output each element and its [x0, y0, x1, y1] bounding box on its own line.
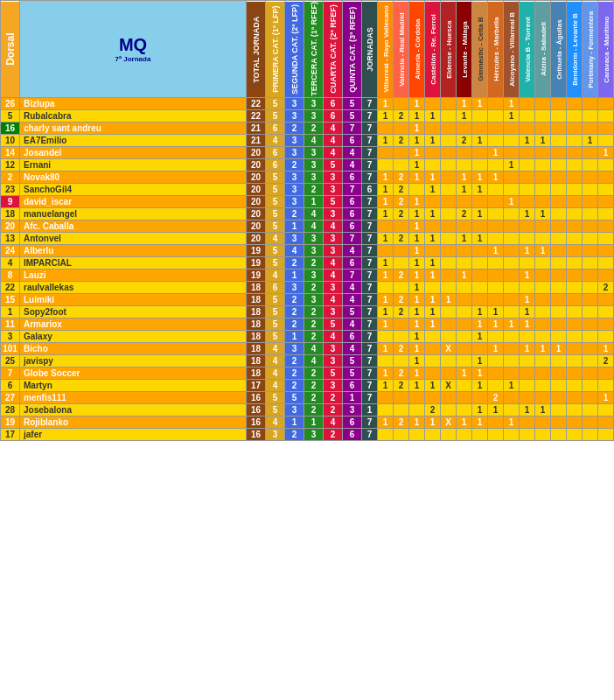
score-cell: 6 — [324, 97, 343, 109]
match-cell: 1 — [504, 109, 520, 122]
match-cell — [441, 146, 457, 158]
dorsal-cell: 13 — [1, 232, 20, 244]
score-cell: 4 — [266, 367, 285, 379]
score-cell: 7 — [362, 354, 378, 367]
score-cell: 5 — [266, 403, 285, 416]
match-cell: 1 — [520, 403, 535, 416]
dorsal-cell: 11 — [1, 318, 20, 330]
match-cell — [551, 183, 567, 195]
score-cell: 7 — [362, 134, 378, 146]
match-cell: 1 — [425, 256, 441, 269]
match-cell: 2 — [598, 354, 614, 367]
match-cell — [378, 281, 394, 293]
match-cell — [535, 269, 551, 281]
table-row: 4IMPARCIAL19522467111 — [1, 256, 614, 269]
match-cell: 1 — [488, 244, 504, 256]
match-cell — [583, 244, 598, 256]
match-cell: 1 — [409, 293, 425, 305]
match-cell — [504, 183, 520, 195]
match-cell — [520, 146, 535, 158]
match-cell — [583, 293, 598, 305]
match-cell — [598, 318, 614, 330]
dorsal-cell: 5 — [1, 109, 20, 122]
score-cell: 19 — [247, 244, 266, 256]
match-cell: 1 — [409, 318, 425, 330]
match-cell: 1 — [504, 416, 520, 428]
score-cell: 1 — [285, 269, 304, 281]
match-cell: 2 — [394, 171, 409, 183]
match-cell — [535, 122, 551, 134]
match-cell — [535, 293, 551, 305]
match8-header: Hércules - Marbella — [488, 1, 504, 98]
score-cell: 2 — [285, 256, 304, 269]
match-cell — [378, 244, 394, 256]
match-cell — [488, 428, 504, 440]
match-cell — [598, 428, 614, 440]
score-cell: 3 — [324, 354, 343, 367]
match-cell — [472, 293, 488, 305]
score-cell: 2 — [304, 122, 324, 134]
match-cell: 2 — [457, 134, 472, 146]
match-cell — [567, 379, 583, 391]
score-cell: 3 — [324, 244, 343, 256]
match-cell: 1 — [425, 134, 441, 146]
match-cell: X — [441, 416, 457, 428]
match-cell — [457, 342, 472, 354]
match-cell — [598, 416, 614, 428]
score-cell: 3 — [343, 403, 362, 416]
score-cell: 5 — [324, 158, 343, 171]
score-cell: 7 — [362, 293, 378, 305]
score-cell: 18 — [247, 367, 266, 379]
score-cell: 18 — [247, 293, 266, 305]
match-cell: 1 — [520, 305, 535, 318]
dorsal-cell: 14 — [1, 146, 20, 158]
match-cell — [488, 158, 504, 171]
score-cell: 7 — [343, 232, 362, 244]
score-cell: 7 — [362, 146, 378, 158]
match-cell — [425, 220, 441, 232]
match-cell — [457, 146, 472, 158]
match-cell — [504, 391, 520, 403]
match-cell — [551, 367, 567, 379]
match-cell — [551, 428, 567, 440]
match-cell — [551, 403, 567, 416]
match-cell — [504, 367, 520, 379]
match-cell — [535, 220, 551, 232]
score-cell: 3 — [304, 293, 324, 305]
score-cell: 3 — [285, 342, 304, 354]
score-cell: 3 — [285, 195, 304, 207]
match-cell — [488, 354, 504, 367]
match-cell — [441, 281, 457, 293]
match-cell — [598, 269, 614, 281]
match-cell — [583, 183, 598, 195]
score-cell: 5 — [266, 391, 285, 403]
match-cell — [378, 428, 394, 440]
match-cell: 1 — [409, 416, 425, 428]
score-cell: 5 — [266, 171, 285, 183]
match-cell — [551, 354, 567, 367]
player-name: david_iscar — [20, 195, 247, 207]
score-cell: 3 — [324, 183, 343, 195]
table-row: 5Rubalcabra22533657121111 — [1, 109, 614, 122]
match-cell: 1 — [409, 342, 425, 354]
match-cell — [583, 379, 598, 391]
match7-header: Gimnàstic - Celta B — [472, 1, 488, 98]
table-row: 19Rojiblanko164114671211X111 — [1, 416, 614, 428]
score-cell: 18 — [247, 354, 266, 367]
match-cell: 1 — [457, 183, 472, 195]
score-cell: 3 — [324, 207, 343, 220]
score-cell: 7 — [362, 428, 378, 440]
match-cell — [583, 256, 598, 269]
match-cell: 1 — [378, 269, 394, 281]
score-cell: 6 — [343, 207, 362, 220]
match-cell — [378, 220, 394, 232]
score-cell: 6 — [343, 195, 362, 207]
match-cell — [504, 428, 520, 440]
match-cell: 1 — [457, 109, 472, 122]
mq-header: MQ 7ª Jornada — [20, 1, 247, 98]
dorsal-cell: 15 — [1, 293, 20, 305]
match-cell — [504, 146, 520, 158]
match-cell — [504, 330, 520, 342]
match-cell — [472, 146, 488, 158]
dorsal-cell: 26 — [1, 97, 20, 109]
